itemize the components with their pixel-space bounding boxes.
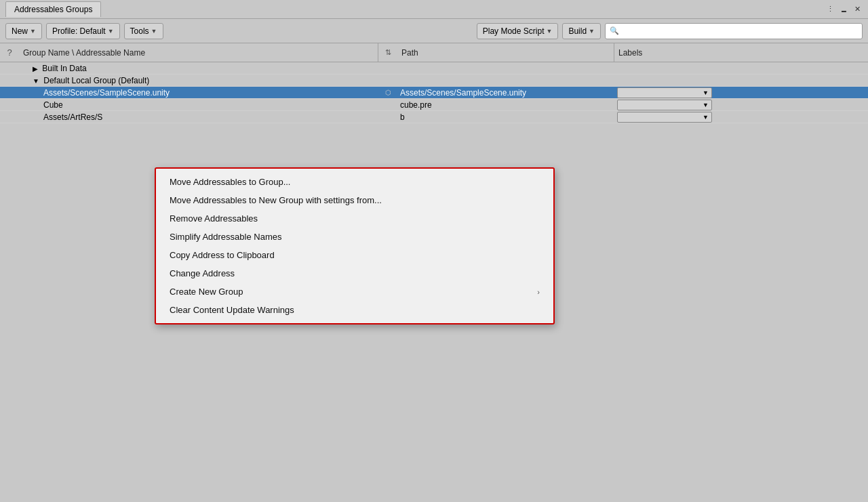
menu-item-remove[interactable]: Remove Addressables xyxy=(156,209,553,228)
tools-label: Tools xyxy=(130,26,149,36)
menu-item-simplify[interactable]: Simplify Addressable Names xyxy=(156,228,553,246)
new-label: New xyxy=(12,26,28,36)
menu-item-move-to-group[interactable]: Move Addressables to Group... xyxy=(156,173,553,191)
row-labels: ▼ xyxy=(614,100,868,110)
table-row[interactable]: ▶ Built In Data xyxy=(0,62,868,75)
search-input[interactable] xyxy=(622,26,858,36)
play-mode-label: Play Mode Script xyxy=(483,26,545,36)
path-sort-icon: ⇅ xyxy=(385,48,391,57)
more-options-button[interactable]: ⋮ xyxy=(825,4,835,15)
labels-dropdown[interactable]: ▼ xyxy=(617,112,712,123)
header-labels: Labels xyxy=(614,43,868,62)
build-label: Build xyxy=(568,26,587,36)
window-tab[interactable]: Addressables Groups xyxy=(5,1,101,17)
menu-item-move-to-new-group[interactable]: Move Addressables to New Group with sett… xyxy=(156,191,553,209)
labels-arrow-icon: ▼ xyxy=(703,89,709,96)
row-labels: ▼ xyxy=(614,87,868,98)
menu-item-change-address[interactable]: Change Address xyxy=(156,264,553,283)
submenu-arrow-icon: › xyxy=(537,288,540,296)
labels-arrow-icon: ▼ xyxy=(703,102,709,108)
window-controls: ⋮ 🗕 ✕ xyxy=(825,4,863,15)
title-bar: Addressables Groups ⋮ 🗕 ✕ xyxy=(0,0,868,19)
header-path: Path xyxy=(397,43,614,62)
row-path: Assets/Scenes/SampleScene.unity xyxy=(397,88,614,98)
row-name: ▶ Built In Data xyxy=(19,64,378,73)
context-menu: Move Addressables to Group... Move Addre… xyxy=(155,167,555,325)
row-name: Cube xyxy=(19,100,378,110)
close-button[interactable]: ✕ xyxy=(852,4,863,15)
table-row[interactable]: Cube cube.pre ▼ xyxy=(0,99,868,111)
toolbar: New ▼ Profile: Default ▼ Tools ▼ Play Mo… xyxy=(0,19,868,43)
search-box[interactable]: 🔍 xyxy=(605,23,863,39)
context-menu-overlay: Move Addressables to Group... Move Addre… xyxy=(0,62,868,502)
row-labels: ▼ xyxy=(614,112,868,123)
build-button[interactable]: Build ▼ xyxy=(562,23,601,39)
table-body: ▶ Built In Data ▼ Default Local Group (D… xyxy=(0,62,868,502)
table-row[interactable]: Assets/ArtRes/S b ▼ xyxy=(0,111,868,123)
play-mode-arrow-icon: ▼ xyxy=(546,28,552,35)
expand-triangle: ▼ xyxy=(33,77,39,85)
question-icon: ? xyxy=(7,47,12,58)
table-header: ? Group Name \ Addressable Name ⇅ Path L… xyxy=(0,43,868,62)
minimize-button[interactable]: 🗕 xyxy=(838,4,849,15)
tools-arrow-icon: ▼ xyxy=(151,28,157,35)
play-mode-button[interactable]: Play Mode Script ▼ xyxy=(477,23,559,39)
profile-button[interactable]: Profile: Default ▼ xyxy=(46,23,120,39)
profile-arrow-icon: ▼ xyxy=(108,28,114,35)
header-icon-col: ? xyxy=(0,47,19,58)
header-group-name: Group Name \ Addressable Name xyxy=(19,43,378,62)
row-path: cube.pre xyxy=(397,100,614,110)
asset-icon: ⬡ xyxy=(385,89,391,96)
profile-label: Profile: Default xyxy=(52,26,106,36)
menu-item-copy-address[interactable]: Copy Address to Clipboard xyxy=(156,246,553,264)
tools-button[interactable]: Tools ▼ xyxy=(124,23,163,39)
build-arrow-icon: ▼ xyxy=(589,28,595,35)
table-row[interactable]: Assets/Scenes/SampleScene.unity ⬡ Assets… xyxy=(0,87,868,99)
collapse-triangle: ▶ xyxy=(33,65,38,72)
search-icon: 🔍 xyxy=(610,26,619,35)
labels-dropdown[interactable]: ▼ xyxy=(617,87,712,98)
row-path: b xyxy=(397,112,614,122)
row-name: ▼ Default Local Group (Default) xyxy=(19,76,378,85)
row-name: Assets/Scenes/SampleScene.unity xyxy=(19,88,378,98)
table-row[interactable]: ▼ Default Local Group (Default) xyxy=(0,75,868,87)
labels-arrow-icon: ▼ xyxy=(703,114,709,121)
header-path-icon-col: ⇅ xyxy=(378,48,397,57)
row-name: Assets/ArtRes/S xyxy=(19,112,378,122)
menu-item-create-group[interactable]: Create New Group › xyxy=(156,283,553,301)
new-button[interactable]: New ▼ xyxy=(5,23,42,39)
labels-dropdown[interactable]: ▼ xyxy=(617,100,712,110)
menu-item-clear-warnings[interactable]: Clear Content Update Warnings xyxy=(156,301,553,319)
new-arrow-icon: ▼ xyxy=(30,28,36,35)
